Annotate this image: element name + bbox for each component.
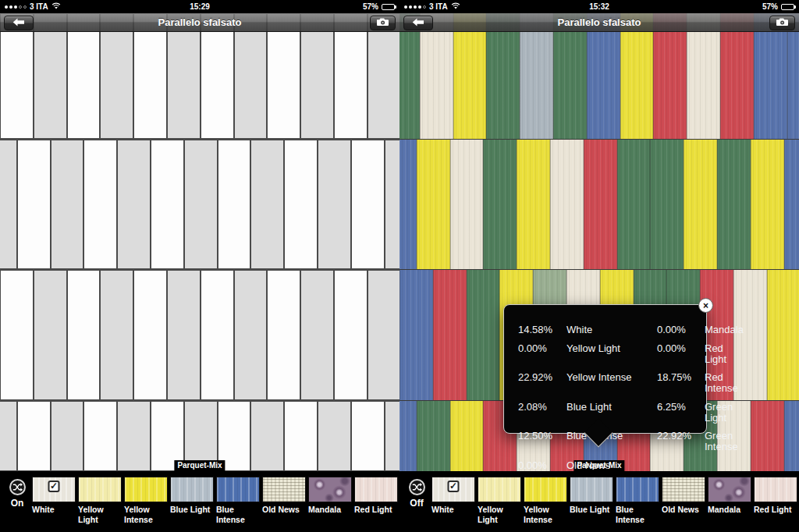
parquet-plank[interactable] bbox=[334, 270, 368, 400]
parquet-plank[interactable] bbox=[653, 13, 687, 139]
swatch-yellow_intense[interactable]: Yellow Intense bbox=[124, 477, 168, 524]
parquet-plank[interactable] bbox=[483, 140, 517, 269]
parquet-plank[interactable] bbox=[284, 140, 318, 269]
swatch-blue_light[interactable]: Blue Light bbox=[570, 477, 613, 524]
camera-button[interactable] bbox=[370, 16, 396, 30]
parquet-plank[interactable] bbox=[467, 270, 500, 400]
parquet-plank[interactable] bbox=[368, 13, 400, 139]
swatch-color-blue_light[interactable] bbox=[170, 477, 214, 502]
parquet-plank[interactable] bbox=[368, 270, 400, 400]
parquet-plank[interactable] bbox=[450, 401, 484, 471]
swatch-color-yellow_intense[interactable] bbox=[124, 477, 168, 502]
swatch-white[interactable]: ✓White bbox=[431, 477, 475, 524]
parquet-plank[interactable] bbox=[117, 401, 151, 471]
shuffle-toggle[interactable]: Off bbox=[404, 479, 429, 509]
parquet-plank[interactable] bbox=[550, 140, 584, 269]
parquet-plank[interactable] bbox=[385, 401, 400, 471]
parquet-plank[interactable] bbox=[267, 270, 300, 400]
parquet-plank[interactable] bbox=[234, 270, 268, 400]
swatch-red_light[interactable]: Red Light bbox=[754, 477, 797, 524]
parquet-plank[interactable] bbox=[751, 140, 784, 269]
checked-checkbox-icon[interactable]: ✓ bbox=[48, 481, 60, 492]
parquet-plank[interactable] bbox=[250, 140, 284, 269]
parquet-plank[interactable] bbox=[587, 13, 620, 139]
parquet-plank[interactable] bbox=[784, 401, 799, 471]
parquet-plank[interactable] bbox=[400, 140, 417, 269]
parquet-plank[interactable] bbox=[34, 270, 67, 400]
swatch-yellow_light[interactable]: Yellow Light bbox=[478, 477, 521, 524]
parquet-plank[interactable] bbox=[201, 13, 234, 139]
swatch-blue_light[interactable]: Blue Light bbox=[170, 477, 214, 524]
parquet-plank[interactable] bbox=[184, 140, 218, 269]
swatch-color-yellow_light[interactable] bbox=[78, 477, 122, 502]
parquet-plank[interactable] bbox=[751, 401, 784, 471]
parquet-plank[interactable] bbox=[687, 13, 720, 139]
swatch-old_news[interactable]: Old News bbox=[262, 477, 306, 524]
parquet-plank[interactable] bbox=[67, 270, 101, 400]
parquet-plank[interactable] bbox=[151, 140, 184, 269]
swatch-white[interactable]: ✓White bbox=[32, 477, 76, 524]
swatch-old_news[interactable]: Old News bbox=[662, 477, 705, 524]
parquet-plank[interactable] bbox=[67, 13, 101, 139]
parquet-plank[interactable] bbox=[17, 140, 51, 269]
parquet-plank[interactable] bbox=[517, 140, 550, 269]
parquet-plank[interactable] bbox=[0, 13, 34, 139]
parquet-plank[interactable] bbox=[83, 140, 117, 269]
parquet-plank[interactable] bbox=[400, 270, 433, 400]
parquet-plank[interactable] bbox=[0, 140, 17, 269]
parquet-plank[interactable] bbox=[400, 13, 420, 139]
parquet-plank[interactable] bbox=[617, 140, 651, 269]
parquet-plank[interactable] bbox=[51, 401, 84, 471]
swatch-mandala[interactable]: Mandala bbox=[708, 477, 751, 524]
parquet-plank[interactable] bbox=[0, 401, 17, 471]
parquet-plank[interactable] bbox=[754, 13, 787, 139]
parquet-plank[interactable] bbox=[0, 270, 34, 400]
shuffle-toggle[interactable]: On bbox=[5, 479, 30, 509]
parquet-plank[interactable] bbox=[385, 140, 400, 269]
parquet-plank[interactable] bbox=[584, 140, 617, 269]
swatch-blue_intense[interactable]: Blue Intense bbox=[216, 477, 260, 524]
parquet-pattern-plain[interactable] bbox=[0, 13, 400, 471]
swatch-color-blue_intense[interactable] bbox=[216, 477, 260, 502]
swatch-color-old_news[interactable] bbox=[262, 477, 306, 502]
parquet-plank[interactable] bbox=[17, 401, 51, 471]
parquet-plank[interactable] bbox=[450, 140, 484, 269]
parquet-plank[interactable] bbox=[167, 13, 201, 139]
parquet-plank[interactable] bbox=[318, 140, 351, 269]
swatch-color-red_light[interactable] bbox=[354, 477, 398, 502]
swatch-red_light[interactable]: Red Light bbox=[354, 477, 398, 524]
parquet-plank[interactable] bbox=[100, 270, 133, 400]
swatch-color-red_light[interactable] bbox=[754, 477, 797, 502]
swatch-blue_intense[interactable]: Blue Intense bbox=[616, 477, 659, 524]
parquet-plank[interactable] bbox=[650, 140, 684, 269]
parquet-plank[interactable] bbox=[553, 13, 587, 139]
swatch-color-white[interactable]: ✓ bbox=[32, 477, 76, 502]
parquet-plank[interactable] bbox=[318, 401, 351, 471]
swatch-color-old_news[interactable] bbox=[662, 477, 705, 502]
parquet-plank[interactable] bbox=[218, 140, 251, 269]
parquet-plank[interactable] bbox=[83, 401, 117, 471]
parquet-plank[interactable] bbox=[684, 140, 717, 269]
parquet-plank[interactable] bbox=[133, 270, 167, 400]
close-icon[interactable]: × bbox=[698, 298, 713, 313]
back-button[interactable] bbox=[403, 16, 433, 30]
swatch-color-white[interactable]: ✓ bbox=[431, 477, 475, 502]
parquet-plank[interactable] bbox=[34, 13, 67, 139]
parquet-plank[interactable] bbox=[300, 270, 334, 400]
swatch-yellow_intense[interactable]: Yellow Intense bbox=[524, 477, 567, 524]
parquet-plank[interactable] bbox=[520, 13, 553, 139]
parquet-plank[interactable] bbox=[787, 13, 799, 139]
swatch-color-blue_intense[interactable] bbox=[616, 477, 659, 502]
parquet-plank[interactable] bbox=[767, 270, 799, 400]
swatch-color-yellow_intense[interactable] bbox=[524, 477, 567, 502]
parquet-plank[interactable] bbox=[717, 140, 751, 269]
swatch-color-blue_light[interactable] bbox=[570, 477, 613, 502]
swatch-color-mandala[interactable] bbox=[708, 477, 751, 502]
parquet-plank[interactable] bbox=[453, 13, 487, 139]
parquet-plank[interactable] bbox=[284, 401, 318, 471]
parquet-plank[interactable] bbox=[267, 13, 300, 139]
parquet-plank[interactable] bbox=[486, 13, 520, 139]
swatch-mandala[interactable]: Mandala bbox=[308, 477, 352, 524]
parquet-plank[interactable] bbox=[117, 140, 151, 269]
parquet-plank[interactable] bbox=[351, 140, 385, 269]
